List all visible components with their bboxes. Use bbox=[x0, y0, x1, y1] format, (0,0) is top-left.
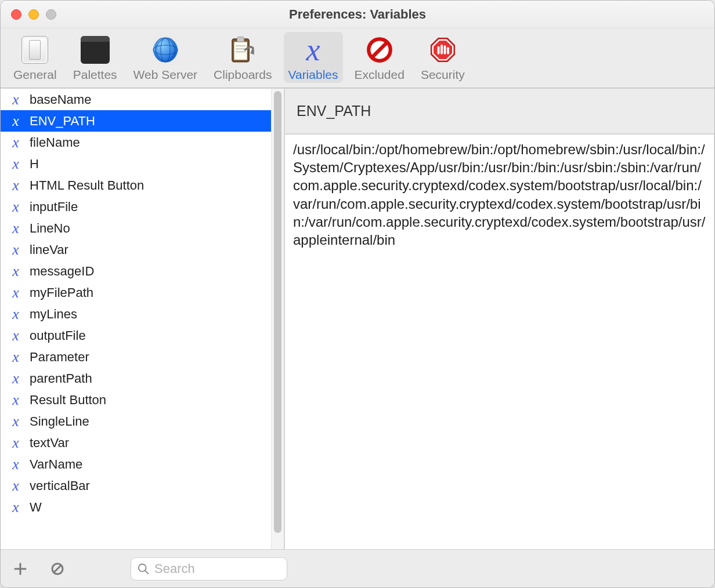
variable-row[interactable]: xResult Button bbox=[1, 389, 284, 411]
variable-row-label: myLines bbox=[30, 307, 77, 322]
variable-row[interactable]: xH bbox=[1, 153, 284, 175]
content-area: xbaseNamexENV_PATHxfileNamexHxHTML Resul… bbox=[1, 88, 714, 549]
variable-row-label: Result Button bbox=[30, 393, 106, 408]
stop-icon bbox=[424, 34, 461, 66]
variable-row[interactable]: xSingleLine bbox=[1, 411, 284, 432]
variable-x-icon: x bbox=[8, 349, 24, 366]
toolbar-tab-web-server[interactable]: Web Server bbox=[129, 32, 203, 83]
variable-row[interactable]: xmyLines bbox=[1, 303, 284, 325]
variable-x-icon: x bbox=[8, 413, 24, 430]
variable-row[interactable]: xParameter bbox=[1, 346, 284, 368]
svg-rect-19 bbox=[447, 47, 449, 55]
svg-rect-6 bbox=[234, 42, 247, 60]
toolbar-label: General bbox=[13, 68, 57, 82]
svg-rect-16 bbox=[437, 46, 439, 55]
variable-list[interactable]: xbaseNamexENV_PATHxfileNamexHxHTML Resul… bbox=[1, 89, 284, 549]
variable-x-icon: x bbox=[8, 220, 24, 237]
window-controls bbox=[1, 9, 56, 20]
variable-x-icon: x bbox=[8, 177, 24, 194]
preferences-toolbar: General Palettes bbox=[1, 28, 714, 88]
variable-x-icon: x bbox=[8, 306, 24, 323]
variable-row[interactable]: xtextVar bbox=[1, 432, 284, 453]
variable-row[interactable]: xinputFile bbox=[1, 196, 284, 217]
toolbar-tab-security[interactable]: Security bbox=[416, 32, 470, 83]
variable-x-icon: x bbox=[8, 327, 24, 344]
variable-row-label: parentPath bbox=[30, 371, 92, 386]
variable-row[interactable]: xoutputFile bbox=[1, 325, 284, 346]
variable-x-icon: x bbox=[8, 284, 24, 302]
variable-row[interactable]: xHTML Result Button bbox=[1, 175, 284, 196]
svg-line-25 bbox=[145, 570, 149, 574]
svg-line-23 bbox=[54, 565, 61, 572]
variable-row[interactable]: xVarName bbox=[1, 453, 284, 475]
toolbar-tab-palettes[interactable]: Palettes bbox=[68, 32, 122, 83]
add-variable-button[interactable] bbox=[10, 558, 31, 579]
variable-row[interactable]: xparentPath bbox=[1, 368, 284, 389]
svg-rect-18 bbox=[443, 45, 446, 55]
toolbar-label: Web Server bbox=[133, 68, 198, 82]
variable-detail-pane: ENV_PATH /usr/local/bin:/opt/homebrew/bi… bbox=[285, 89, 714, 549]
palette-icon bbox=[81, 36, 110, 64]
scrollbar-thumb[interactable] bbox=[274, 91, 281, 533]
titlebar: Preferences: Variables bbox=[1, 1, 714, 28]
variable-row-label: textVar bbox=[30, 435, 69, 451]
variable-x-icon: x bbox=[8, 198, 24, 216]
variable-row-label: baseName bbox=[30, 92, 91, 107]
toolbar-label: Security bbox=[421, 68, 465, 82]
variable-row[interactable]: xbaseName bbox=[1, 89, 284, 110]
variable-value-text[interactable]: /usr/local/bin:/opt/homebrew/bin:/opt/ho… bbox=[285, 134, 714, 549]
search-input[interactable] bbox=[154, 561, 281, 576]
variable-x-icon: x bbox=[8, 456, 24, 473]
remove-variable-button[interactable] bbox=[47, 558, 68, 579]
variable-row[interactable]: xmessageID bbox=[1, 260, 284, 282]
variable-list-pane: xbaseNamexENV_PATHxfileNamexHxHTML Resul… bbox=[1, 89, 284, 549]
variable-row[interactable]: xmyFilePath bbox=[1, 282, 284, 303]
search-field[interactable] bbox=[131, 557, 287, 580]
preferences-window: Preferences: Variables General Palettes bbox=[0, 0, 715, 588]
variable-row-label: SingleLine bbox=[30, 414, 89, 429]
toolbar-tab-general[interactable]: General bbox=[9, 32, 62, 83]
clipboard-icon bbox=[224, 34, 261, 66]
toolbar-tab-excluded[interactable]: Excluded bbox=[350, 32, 409, 83]
variable-row[interactable]: xfileName bbox=[1, 132, 284, 153]
variable-row-label: fileName bbox=[30, 135, 80, 150]
variable-x-icon: x bbox=[8, 434, 24, 452]
svg-rect-17 bbox=[440, 45, 443, 55]
variable-row-label: W bbox=[30, 500, 42, 515]
window-title: Preferences: Variables bbox=[1, 7, 714, 22]
toolbar-tab-clipboards[interactable]: Clipboards bbox=[209, 32, 276, 83]
svg-rect-7 bbox=[237, 37, 244, 42]
variable-x-icon: x bbox=[8, 155, 24, 173]
toolbar-tab-variables[interactable]: x Variables bbox=[284, 32, 343, 83]
toolbar-label: Variables bbox=[288, 68, 338, 82]
variable-x-icon: x bbox=[8, 263, 24, 280]
variable-x-icon: x bbox=[8, 477, 24, 495]
close-window-button[interactable] bbox=[11, 9, 21, 20]
variable-row[interactable]: xW bbox=[1, 496, 284, 518]
variable-row-label: outputFile bbox=[30, 328, 86, 343]
variable-row[interactable]: xlineVar bbox=[1, 239, 284, 260]
variable-row-label: VarName bbox=[30, 457, 82, 472]
variable-row[interactable]: xverticalBar bbox=[1, 475, 284, 496]
variable-row-label: inputFile bbox=[30, 199, 78, 215]
footer-bar bbox=[1, 549, 714, 587]
prohibited-icon bbox=[361, 34, 398, 66]
variable-row-label: myFilePath bbox=[30, 285, 93, 300]
variable-x-icon: x bbox=[306, 34, 320, 66]
minimize-window-button[interactable] bbox=[28, 9, 39, 20]
variable-x-icon: x bbox=[8, 134, 24, 151]
variable-row-label: HTML Result Button bbox=[30, 178, 144, 193]
toolbar-label: Clipboards bbox=[214, 68, 272, 82]
variable-row[interactable]: xLineNo bbox=[1, 217, 284, 239]
zoom-window-button[interactable] bbox=[46, 9, 56, 20]
variable-x-icon: x bbox=[8, 241, 24, 259]
variable-x-icon: x bbox=[8, 91, 24, 108]
variable-name-heading: ENV_PATH bbox=[285, 89, 714, 134]
variable-row[interactable]: xENV_PATH bbox=[1, 110, 284, 132]
variable-row-label: messageID bbox=[30, 264, 94, 279]
scrollbar[interactable] bbox=[271, 89, 284, 549]
variable-row-label: H bbox=[30, 157, 39, 172]
variable-x-icon: x bbox=[8, 370, 24, 387]
variable-row-label: Parameter bbox=[30, 350, 89, 365]
variable-row-label: verticalBar bbox=[30, 478, 90, 493]
